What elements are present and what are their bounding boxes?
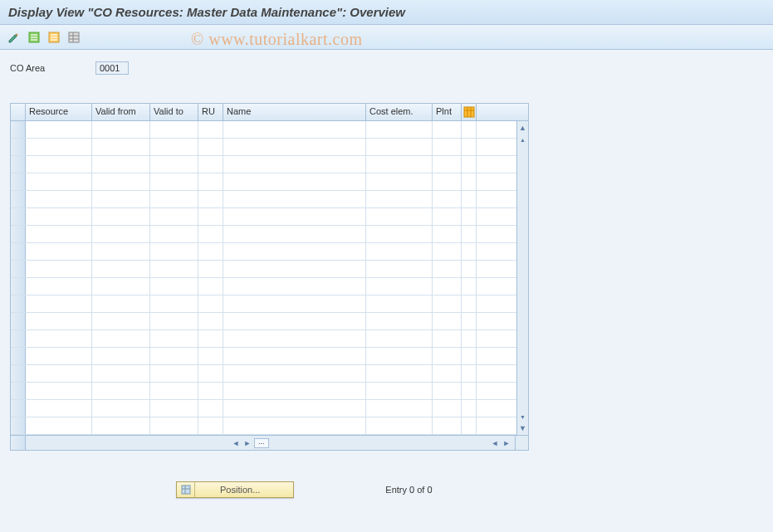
cell-valid-to <box>150 261 198 277</box>
cell-cost-elem <box>366 226 433 242</box>
cell-cost-elem <box>366 365 433 382</box>
row-selector[interactable] <box>11 191 26 207</box>
row-selector[interactable] <box>11 156 26 173</box>
table-row[interactable] <box>11 313 516 330</box>
cell-valid-to <box>150 400 198 417</box>
cell-ru <box>198 139 223 155</box>
row-selector[interactable] <box>11 226 26 242</box>
scroll-page-up-icon[interactable]: ▲ <box>518 134 528 144</box>
row-selector[interactable] <box>11 383 26 399</box>
cell-resource <box>26 121 92 138</box>
cell-valid-to <box>150 330 198 347</box>
resources-table: Resource Valid from Valid to RU Name Cos… <box>10 103 529 451</box>
table-row[interactable] <box>11 139 516 156</box>
cell-name <box>223 226 366 242</box>
cell-valid-to <box>150 139 198 155</box>
column-picker-icon[interactable]: ∙∙∙ <box>254 438 269 448</box>
cell-valid-to <box>150 121 198 138</box>
row-selector[interactable] <box>11 208 26 225</box>
cell-valid-from <box>92 330 150 347</box>
table-row[interactable] <box>11 173 516 191</box>
scroll-page-down-icon[interactable]: ▼ <box>518 412 528 422</box>
cell-cost-elem <box>366 173 433 190</box>
table-row[interactable] <box>11 278 516 295</box>
row-selector[interactable] <box>11 243 26 260</box>
table-row[interactable] <box>11 348 516 365</box>
table-row[interactable] <box>11 121 516 139</box>
column-cost-elem[interactable]: Cost elem. <box>366 104 433 120</box>
scroll-up-icon[interactable]: ▲ <box>518 123 528 133</box>
cell-spacer1 <box>462 330 477 347</box>
column-valid-from[interactable]: Valid from <box>92 104 150 120</box>
cell-resource <box>26 208 92 225</box>
cell-plnt <box>433 208 462 225</box>
vertical-scrollbar[interactable]: ▲ ▲ ▼ ▼ <box>516 121 528 435</box>
row-selector[interactable] <box>11 313 26 329</box>
row-selector[interactable] <box>11 348 26 364</box>
row-selector[interactable] <box>11 173 26 190</box>
table-row[interactable] <box>11 226 516 243</box>
table-settings-icon[interactable] <box>66 30 81 45</box>
row-selector[interactable] <box>11 330 26 347</box>
scroll-right-icon[interactable]: ► <box>242 438 252 448</box>
table-row[interactable] <box>11 208 516 226</box>
cell-valid-to <box>150 365 198 382</box>
cell-plnt <box>433 330 462 347</box>
column-plnt[interactable]: Plnt <box>433 104 462 120</box>
row-selector[interactable] <box>11 400 26 417</box>
table-row[interactable] <box>11 383 516 400</box>
cell-spacer2 <box>477 348 516 364</box>
column-resource[interactable]: Resource <box>26 104 92 120</box>
table-row[interactable] <box>11 400 516 417</box>
row-selector[interactable] <box>11 121 26 138</box>
cell-resource <box>26 226 92 242</box>
column-config-icon[interactable] <box>462 104 477 120</box>
table-row[interactable] <box>11 191 516 208</box>
scroll-left-end-icon[interactable]: ◄ <box>490 438 500 448</box>
column-ru[interactable]: RU <box>198 104 223 120</box>
table-row[interactable] <box>11 295 516 313</box>
cell-cost-elem <box>366 330 433 347</box>
table-row[interactable] <box>11 365 516 383</box>
hscroll-track[interactable]: ◄ ► <box>271 436 516 450</box>
cell-plnt <box>433 156 462 173</box>
cell-plnt <box>433 417 462 434</box>
table-row[interactable] <box>11 261 516 278</box>
cell-ru <box>198 313 223 329</box>
deselect-all-icon[interactable] <box>46 30 61 45</box>
column-name[interactable]: Name <box>223 104 366 120</box>
cell-cost-elem <box>366 383 433 399</box>
position-label: Position... <box>195 485 293 495</box>
cell-name <box>223 243 366 260</box>
row-selector[interactable] <box>11 365 26 382</box>
cell-ru <box>198 383 223 399</box>
row-selector[interactable] <box>11 139 26 155</box>
position-icon <box>177 482 195 497</box>
cell-plnt <box>433 313 462 329</box>
table-row[interactable] <box>11 156 516 173</box>
cell-resource <box>26 400 92 417</box>
cell-spacer1 <box>462 191 477 207</box>
column-valid-to[interactable]: Valid to <box>150 104 198 120</box>
change-display-icon[interactable] <box>7 30 22 45</box>
row-selector[interactable] <box>11 278 26 295</box>
svg-rect-2 <box>31 37 37 38</box>
cell-spacer2 <box>477 139 516 155</box>
scroll-right-end-icon[interactable]: ► <box>501 438 511 448</box>
table-row[interactable] <box>11 243 516 261</box>
table-row[interactable] <box>11 417 516 435</box>
position-button[interactable]: Position... <box>176 481 294 498</box>
row-selector[interactable] <box>11 417 26 434</box>
cell-name <box>223 417 366 434</box>
row-selector[interactable] <box>11 295 26 312</box>
scroll-left-icon[interactable]: ◄ <box>231 438 241 448</box>
cell-valid-from <box>92 313 150 329</box>
column-selector[interactable] <box>11 104 26 120</box>
table-row[interactable] <box>11 330 516 348</box>
cell-spacer1 <box>462 261 477 277</box>
scroll-down-icon[interactable]: ▼ <box>518 423 528 433</box>
cell-cost-elem <box>366 156 433 173</box>
row-selector[interactable] <box>11 261 26 277</box>
select-all-icon[interactable] <box>27 30 42 45</box>
co-area-value[interactable]: 0001 <box>95 61 129 75</box>
